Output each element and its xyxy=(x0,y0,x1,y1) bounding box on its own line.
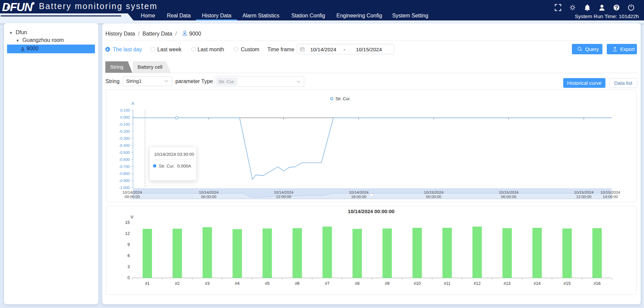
svg-text:-0.600: -0.600 xyxy=(119,158,130,162)
svg-text:-0.200: -0.200 xyxy=(119,129,130,133)
svg-text:#5: #5 xyxy=(265,281,269,286)
svg-text:#2: #2 xyxy=(175,281,179,286)
svg-text:#8: #8 xyxy=(355,281,359,286)
svg-text:06:00:00: 06:00:00 xyxy=(501,194,516,199)
svg-text:3: 3 xyxy=(127,264,130,269)
svg-text:10/14/2024: 10/14/2024 xyxy=(274,190,293,194)
svg-text:#16: #16 xyxy=(593,281,600,286)
svg-text:Str. Cur.: Str. Cur. xyxy=(335,97,351,101)
svg-text:0.100: 0.100 xyxy=(120,108,130,112)
svg-text:14:00:00: 14:00:00 xyxy=(602,194,618,199)
svg-text:10/14/2024 00:00:00: 10/14/2024 00:00:00 xyxy=(347,208,394,214)
svg-text:10/15/2024: 10/15/2024 xyxy=(600,190,620,194)
svg-text:10/14/2024: 10/14/2024 xyxy=(199,190,218,194)
svg-text:0.000: 0.000 xyxy=(120,115,130,119)
svg-text:06:00:00: 06:00:00 xyxy=(201,194,216,199)
svg-text:-0.400: -0.400 xyxy=(119,143,130,147)
svg-text:10/14/2024: 10/14/2024 xyxy=(349,190,369,194)
svg-text:#10: #10 xyxy=(414,281,421,286)
svg-text:12:00:00: 12:00:00 xyxy=(276,194,291,199)
svg-text:00:00:00: 00:00:00 xyxy=(426,194,441,199)
svg-text:#6: #6 xyxy=(295,281,300,286)
svg-text:10/15/2024: 10/15/2024 xyxy=(424,190,443,194)
svg-text:9: 9 xyxy=(127,242,130,247)
svg-text:#3: #3 xyxy=(205,281,209,286)
svg-text:-0.300: -0.300 xyxy=(119,136,130,140)
svg-text:-0.700: -0.700 xyxy=(119,165,130,169)
svg-text:-0.500: -0.500 xyxy=(119,150,130,155)
svg-text:12: 12 xyxy=(125,231,130,236)
svg-text:00:00:00: 00:00:00 xyxy=(124,194,140,199)
svg-text:#11: #11 xyxy=(444,281,450,286)
svg-text:10/15/2024: 10/15/2024 xyxy=(574,190,594,194)
svg-text:-0.900: -0.900 xyxy=(119,179,130,183)
svg-text:0: 0 xyxy=(127,275,130,280)
svg-text:#7: #7 xyxy=(325,281,329,286)
svg-text:#9: #9 xyxy=(385,281,389,286)
svg-text:18:00:00: 18:00:00 xyxy=(351,194,366,199)
svg-text:6: 6 xyxy=(127,253,130,258)
svg-text:#4: #4 xyxy=(235,281,239,286)
svg-text:15: 15 xyxy=(125,220,130,225)
svg-text:#15: #15 xyxy=(564,281,571,286)
svg-text:#14: #14 xyxy=(533,281,540,286)
svg-text:-0.100: -0.100 xyxy=(119,122,130,126)
svg-text:#12: #12 xyxy=(474,281,481,286)
svg-text:#1: #1 xyxy=(145,281,150,286)
svg-text:10/14/2024: 10/14/2024 xyxy=(122,190,142,194)
svg-text:10/15/2024: 10/15/2024 xyxy=(499,190,519,194)
svg-text:-1.000: -1.000 xyxy=(119,186,130,190)
svg-text:-0.800: -0.800 xyxy=(119,172,130,176)
svg-text:12:00:00: 12:00:00 xyxy=(576,194,591,199)
svg-text:V: V xyxy=(130,214,133,220)
svg-text:#13: #13 xyxy=(503,281,511,286)
svg-text:A: A xyxy=(131,101,134,106)
